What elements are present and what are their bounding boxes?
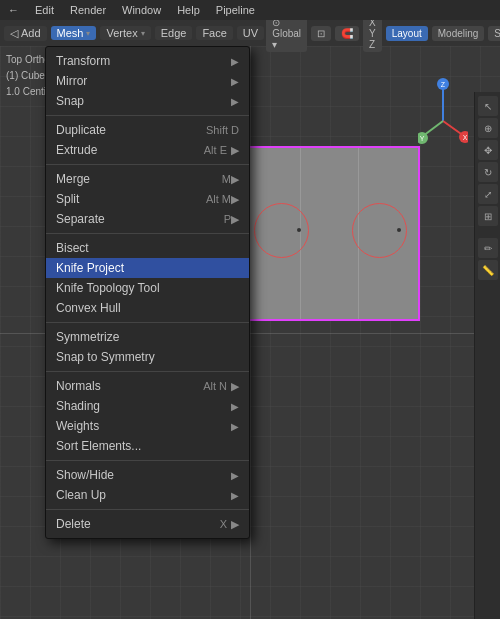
menu-render[interactable]: Render: [62, 2, 114, 18]
merge-shortcut: M▶: [222, 173, 239, 186]
axis-widget[interactable]: Z X Y: [418, 76, 468, 146]
normals-shortcut: Alt N ▶: [203, 380, 239, 393]
svg-text:Z: Z: [441, 81, 446, 88]
menu-item-bisect[interactable]: Bisect: [46, 238, 249, 258]
menu-item-knife-project[interactable]: Knife Project: [46, 258, 249, 278]
menu-item-extrude[interactable]: Extrude Alt E ▶: [46, 140, 249, 160]
extrude-label: Extrude: [56, 143, 97, 157]
menu-pipeline[interactable]: Pipeline: [208, 2, 263, 18]
modeling-tab[interactable]: Modeling: [432, 26, 485, 41]
mesh-object: [240, 146, 420, 321]
snap-symmetry-label: Snap to Symmetry: [56, 350, 155, 364]
menu-item-shading[interactable]: Shading ▶: [46, 396, 249, 416]
divider-2: [46, 233, 249, 234]
os-menubar[interactable]: ← Edit Render Window Help Pipeline: [0, 0, 500, 20]
toolbar-select-btn[interactable]: ↖: [478, 96, 498, 116]
svg-text:Y: Y: [420, 135, 425, 142]
mirror-arrow: ▶: [231, 76, 239, 87]
snap-toggle[interactable]: 🧲: [335, 26, 359, 41]
menu-item-snap-symmetry[interactable]: Snap to Symmetry: [46, 347, 249, 367]
weights-label: Weights: [56, 419, 99, 433]
proportional-btn[interactable]: ⊡: [311, 26, 331, 41]
face-label: Face: [202, 27, 226, 39]
divider-5: [46, 460, 249, 461]
toolbar-scale-btn[interactable]: ⤢: [478, 184, 498, 204]
menu-item-weights[interactable]: Weights ▶: [46, 416, 249, 436]
show-hide-label: Show/Hide: [56, 468, 114, 482]
menu-edit[interactable]: Edit: [27, 2, 62, 18]
duplicate-shortcut: Shift D: [206, 124, 239, 136]
menu-item-knife-topology[interactable]: Knife Topology Tool: [46, 278, 249, 298]
convex-hull-label: Convex Hull: [56, 301, 121, 315]
snap-label: Snap: [56, 94, 84, 108]
normals-label: Normals: [56, 379, 101, 393]
vertex-caret: ▾: [141, 29, 145, 38]
uv-label: UV: [243, 27, 258, 39]
shading-label: Shading: [56, 399, 100, 413]
shading-arrow: ▶: [231, 401, 239, 412]
symmetrize-label: Symmetrize: [56, 330, 119, 344]
toolbar-move-btn[interactable]: ✥: [478, 140, 498, 160]
transform-label: Transform: [56, 54, 110, 68]
axis-vertical: [250, 46, 251, 619]
show-hide-arrow: ▶: [231, 470, 239, 481]
add-label: Add: [21, 27, 41, 39]
mesh-menu-button[interactable]: Mesh ▾: [51, 26, 97, 40]
toolbar-cursor-btn[interactable]: ⊕: [478, 118, 498, 138]
menu-item-sort-elements[interactable]: Sort Elements...: [46, 436, 249, 456]
menu-item-convex-hull[interactable]: Convex Hull: [46, 298, 249, 318]
delete-label: Delete: [56, 517, 91, 531]
mesh-label: Mesh: [57, 27, 84, 39]
knife-topology-label: Knife Topology Tool: [56, 281, 160, 295]
transform-arrow: ▶: [231, 56, 239, 67]
sculpting-tab[interactable]: Sculpting: [488, 26, 500, 41]
menu-item-separate[interactable]: Separate P▶: [46, 209, 249, 229]
split-label: Split: [56, 192, 79, 206]
menu-item-normals[interactable]: Normals Alt N ▶: [46, 376, 249, 396]
weights-arrow: ▶: [231, 421, 239, 432]
mode-dropdown-back[interactable]: ◁ Add: [4, 26, 47, 41]
toolbar-transform-btn[interactable]: ⊞: [478, 206, 498, 226]
mesh-dot-2: [397, 228, 401, 232]
menu-item-show-hide[interactable]: Show/Hide ▶: [46, 465, 249, 485]
extrude-shortcut: Alt E ▶: [204, 144, 239, 157]
menu-item-snap[interactable]: Snap ▶: [46, 91, 249, 111]
layout-tab[interactable]: Layout: [386, 26, 428, 41]
menu-item-split[interactable]: Split Alt M▶: [46, 189, 249, 209]
menu-item-symmetrize[interactable]: Symmetrize: [46, 327, 249, 347]
mesh-dot-1: [297, 228, 301, 232]
clean-up-label: Clean Up: [56, 488, 106, 502]
vertex-dropdown[interactable]: Vertex ▾: [100, 26, 150, 40]
menu-item-transform[interactable]: Transform ▶: [46, 51, 249, 71]
toolbar-rotate-btn[interactable]: ↻: [478, 162, 498, 182]
uv-dropdown[interactable]: UV: [237, 26, 264, 40]
divider-6: [46, 509, 249, 510]
bisect-label: Bisect: [56, 241, 89, 255]
menu-help[interactable]: Help: [169, 2, 208, 18]
merge-label: Merge: [56, 172, 90, 186]
mesh-dropdown-menu: Transform ▶ Mirror ▶ Snap ▶ Duplicate Sh…: [45, 46, 250, 539]
menu-item-duplicate[interactable]: Duplicate Shift D: [46, 120, 249, 140]
global-label: Global: [272, 28, 301, 39]
svg-text:X: X: [463, 134, 468, 141]
menu-item-merge[interactable]: Merge M▶: [46, 169, 249, 189]
divider-extrude: [46, 164, 249, 165]
edge-dropdown[interactable]: Edge: [155, 26, 193, 40]
divider-4: [46, 371, 249, 372]
toolbar-measure-btn[interactable]: 📏: [478, 260, 498, 280]
delete-shortcut: X ▶: [220, 518, 239, 531]
menu-back[interactable]: ←: [0, 2, 27, 18]
menu-window[interactable]: Window: [114, 2, 169, 18]
toolbar-annotate-btn[interactable]: ✏: [478, 238, 498, 258]
divider-3: [46, 322, 249, 323]
right-toolbar: ↖ ⊕ ✥ ↻ ⤢ ⊞ ✏ 📏: [474, 92, 500, 619]
xyz-btn[interactable]: X Y Z: [363, 15, 382, 52]
split-shortcut: Alt M▶: [206, 193, 239, 206]
menu-item-clean-up[interactable]: Clean Up ▶: [46, 485, 249, 505]
menu-item-mirror[interactable]: Mirror ▶: [46, 71, 249, 91]
global-btn[interactable]: ⊙ Global ▾: [266, 15, 307, 52]
separate-label: Separate: [56, 212, 105, 226]
menu-item-delete[interactable]: Delete X ▶: [46, 514, 249, 534]
workspace-header: ◁ Add Mesh ▾ Vertex ▾ Edge Face UV ⊙ Glo…: [0, 20, 500, 46]
face-dropdown[interactable]: Face: [196, 26, 232, 40]
